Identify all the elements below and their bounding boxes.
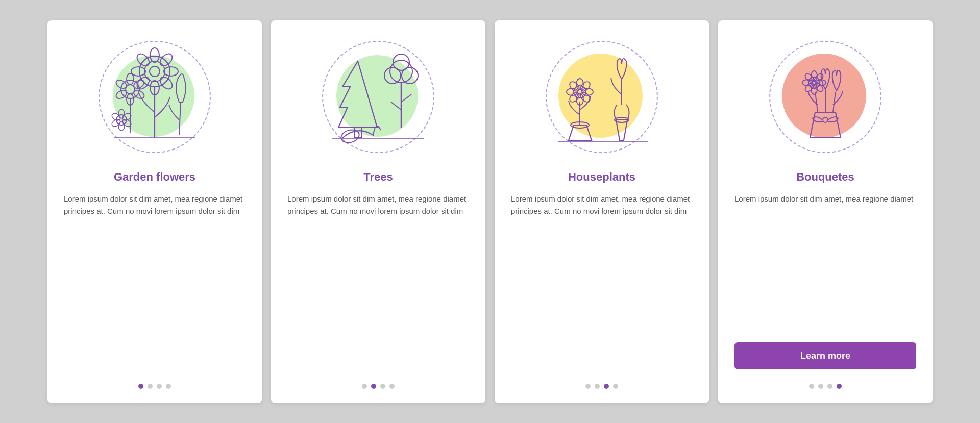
card-text-trees: Lorem ipsum dolor sit dim amet, mea regi… [287,193,469,374]
svg-point-1 [144,61,165,82]
dots-row-trees [362,384,395,389]
dot-1 [809,384,814,389]
illustration-trees [317,36,439,158]
svg-point-47 [579,90,592,103]
garden-flowers-svg [93,36,216,158]
svg-point-55 [823,117,828,122]
svg-point-51 [568,80,581,92]
dot-4 [166,384,171,389]
svg-point-12 [121,80,139,98]
svg-point-14 [127,73,134,85]
dot-2 [371,384,376,389]
card-title-trees: Trees [363,170,393,184]
svg-point-67 [803,72,815,84]
svg-point-22 [116,115,127,125]
svg-point-4 [158,52,175,68]
dot-1 [585,384,591,389]
dots-row-garden-flowers [138,384,171,389]
dot-3 [604,384,609,389]
dot-1 [362,384,367,389]
svg-line-58 [833,92,836,112]
houseplants-svg [541,36,663,158]
illustration-bouquetes [764,36,887,158]
dot-2 [818,384,823,389]
svg-point-2 [150,66,160,77]
svg-point-26 [118,121,125,131]
svg-point-65 [803,81,815,93]
dot-4 [613,384,618,389]
trees-svg [317,36,439,158]
svg-point-6 [158,74,175,91]
svg-point-3 [150,48,159,62]
bouquetes-svg [764,36,887,158]
dot-3 [827,384,832,389]
card-trees: Trees Lorem ipsum dolor sit dim amet, me… [271,20,485,403]
svg-point-10 [135,52,152,68]
svg-point-45 [579,80,592,92]
card-text-garden-flowers: Lorem ipsum dolor sit dim amet, mea regi… [64,193,246,374]
svg-line-21 [179,102,181,135]
card-title-bouquetes: Bouquetes [796,170,854,184]
dots-row-houseplants [585,384,618,389]
dot-3 [380,384,385,389]
dot-4 [389,384,395,389]
svg-marker-30 [338,61,377,128]
dots-row-bouquetes [809,384,842,389]
svg-point-59 [808,77,820,88]
dot-1 [138,384,143,389]
svg-line-38 [391,102,401,110]
svg-point-61 [813,72,825,84]
card-text-houseplants: Lorem ipsum dolor sit dim amet, mea regi… [511,193,693,374]
cards-container: Garden flowers Lorem ipsum dolor sit dim… [32,5,948,418]
svg-rect-31 [354,128,361,138]
card-title-garden-flowers: Garden flowers [114,170,195,184]
svg-point-23 [118,109,125,118]
illustration-houseplants [541,36,663,158]
dot-2 [148,384,153,389]
dot-3 [157,384,162,389]
card-garden-flowers: Garden flowers Lorem ipsum dolor sit dim… [47,20,262,403]
svg-point-49 [568,90,581,103]
svg-point-5 [164,67,178,76]
svg-line-37 [401,94,411,102]
learn-more-button[interactable]: Learn more [734,342,916,369]
card-title-houseplants: Houseplants [568,170,635,184]
card-text-bouquetes: Lorem ipsum dolor sit dim amet, mea regi… [734,193,916,335]
svg-line-56 [815,92,818,112]
dot-4 [837,384,842,389]
illustration-garden-flowers [93,36,216,158]
svg-point-9 [131,67,145,76]
card-bouquetes: Bouquetes Lorem ipsum dolor sit dim amet… [718,20,933,403]
card-houseplants: Houseplants Lorem ipsum dolor sit dim am… [495,20,709,403]
dot-2 [595,384,600,389]
svg-point-43 [574,86,586,98]
